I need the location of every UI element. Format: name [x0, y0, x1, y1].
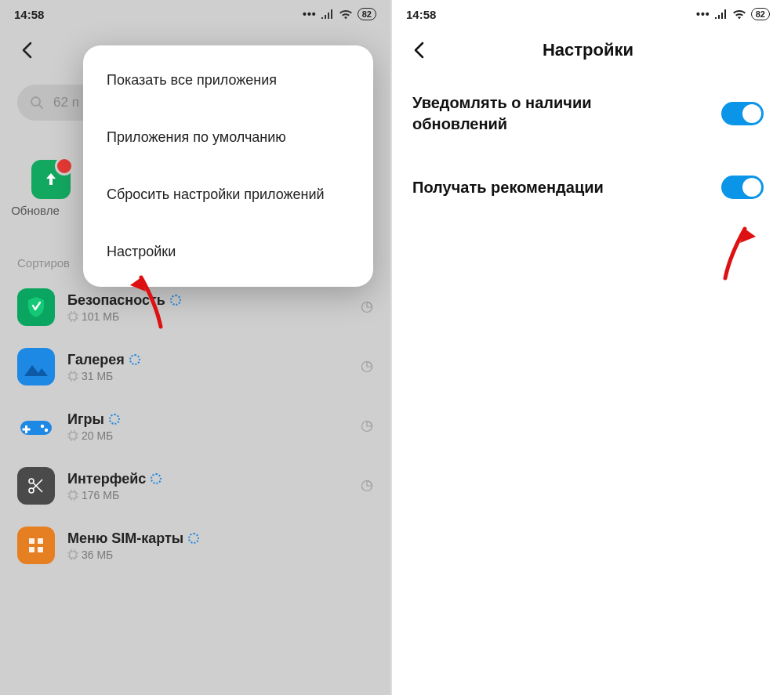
svg-rect-14 — [70, 373, 76, 379]
svg-rect-56 — [38, 547, 43, 552]
app-name: Галерея — [67, 352, 125, 368]
wifi-icon — [339, 9, 353, 20]
scissors-icon — [27, 476, 45, 495]
arrow-up-icon — [42, 171, 60, 188]
app-size: 101 МБ — [82, 310, 119, 323]
status-time: 14:58 — [14, 8, 44, 21]
page-title: Настройки — [430, 40, 746, 60]
app-size: 20 МБ — [82, 429, 113, 442]
svg-rect-43 — [70, 492, 76, 498]
status-bar: 14:58 ••• 82 — [0, 0, 390, 28]
chevron-left-icon — [413, 42, 424, 59]
back-button[interactable] — [408, 39, 430, 61]
overflow-menu-popup: Показать все приложения Приложения по ум… — [83, 45, 373, 287]
toggle-recommendations[interactable] — [721, 176, 764, 199]
pie-chart-icon — [361, 301, 373, 313]
app-name: Интерфейс — [67, 471, 146, 487]
chip-icon — [67, 430, 78, 441]
left-pane: 14:58 ••• 82 62 п Обновле Сортиров — [0, 0, 392, 695]
menu-item-reset-app-prefs[interactable]: Сбросить настройки приложений — [83, 166, 373, 223]
interface-app-icon — [17, 467, 55, 505]
svg-point-27 — [41, 425, 44, 428]
signal-dots-icon: ••• — [696, 8, 710, 20]
wifi-icon — [732, 9, 746, 20]
back-button[interactable] — [16, 39, 38, 61]
pie-chart-icon — [361, 480, 373, 492]
chip-icon — [67, 311, 78, 322]
updates-label: Обновле — [11, 204, 60, 217]
app-row[interactable]: Игры 20 МБ — [0, 396, 390, 456]
cellular-icon — [715, 9, 728, 19]
loading-spinner-icon — [151, 473, 162, 484]
pie-chart-icon — [361, 360, 373, 373]
gallery-app-icon — [17, 348, 55, 386]
app-info: Игры 20 МБ — [67, 411, 348, 442]
chevron-left-icon — [21, 42, 32, 59]
picture-icon — [24, 357, 48, 376]
svg-rect-2 — [70, 313, 76, 320]
setting-label: Уведомлять о наличии обновлений — [412, 92, 663, 135]
svg-line-1 — [39, 105, 42, 108]
security-app-icon — [17, 288, 55, 326]
updates-app-icon[interactable] — [31, 160, 71, 199]
signal-dots-icon: ••• — [303, 8, 317, 20]
battery-icon: 82 — [358, 8, 376, 20]
svg-point-28 — [45, 429, 48, 432]
setting-row-recommendations[interactable]: Получать рекомендации — [392, 155, 784, 219]
status-bar: 14:58 ••• 82 — [392, 0, 784, 28]
cellular-icon — [321, 9, 334, 19]
search-icon — [30, 96, 44, 110]
app-row[interactable]: Галерея 31 МБ — [0, 337, 390, 396]
svg-rect-26 — [23, 429, 31, 431]
shield-icon — [27, 296, 45, 318]
annotation-arrow-icon — [125, 268, 172, 331]
app-info: Меню SIM-карты 36 МБ — [67, 530, 373, 561]
loading-spinner-icon — [188, 533, 199, 544]
app-name: Меню SIM-карты — [67, 530, 183, 547]
right-pane: 14:58 ••• 82 Настройки Уведомлять о нали… — [392, 0, 784, 695]
grid-icon — [27, 536, 45, 555]
setting-label: Получать рекомендации — [412, 177, 604, 198]
right-header: Настройки — [392, 28, 784, 72]
app-row[interactable]: Меню SIM-карты 36 МБ — [0, 516, 390, 575]
menu-item-show-all-apps[interactable]: Показать все приложения — [83, 52, 373, 109]
app-size: 31 МБ — [82, 370, 113, 382]
setting-row-updates-notify[interactable]: Уведомлять о наличии обновлений — [392, 72, 784, 155]
status-right: ••• 82 — [303, 8, 376, 20]
annotation-arrow-icon — [713, 219, 760, 282]
app-info: Галерея 31 МБ — [67, 352, 348, 382]
svg-rect-57 — [70, 552, 76, 558]
sim-menu-app-icon — [17, 527, 55, 564]
gamepad-icon — [19, 414, 53, 438]
search-text: 62 п — [53, 95, 79, 110]
app-row[interactable]: Интерфейс 176 МБ — [0, 456, 390, 516]
svg-rect-53 — [29, 538, 34, 544]
pie-chart-icon — [361, 420, 373, 433]
chip-icon — [67, 490, 78, 501]
svg-rect-29 — [70, 433, 76, 439]
status-right: ••• 82 — [696, 8, 770, 20]
app-size: 176 МБ — [82, 489, 119, 501]
loading-spinner-icon — [129, 354, 140, 365]
svg-rect-55 — [29, 547, 34, 552]
app-name: Игры — [67, 411, 104, 428]
status-time: 14:58 — [406, 8, 436, 21]
toggle-updates-notify[interactable] — [721, 102, 764, 125]
app-info: Безопасность 101 МБ — [67, 292, 348, 323]
games-app-icon — [17, 407, 55, 445]
loading-spinner-icon — [109, 414, 120, 425]
app-info: Интерфейс 176 МБ — [67, 471, 348, 501]
battery-icon: 82 — [751, 8, 770, 20]
menu-item-default-apps[interactable]: Приложения по умолчанию — [83, 109, 373, 166]
svg-rect-54 — [38, 538, 43, 544]
app-size: 36 МБ — [82, 548, 113, 561]
chip-icon — [67, 371, 78, 382]
chip-icon — [67, 549, 78, 560]
